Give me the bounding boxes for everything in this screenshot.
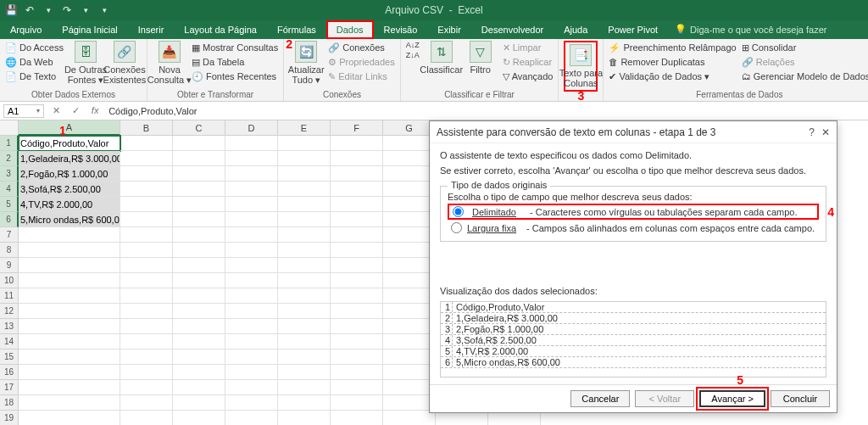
select-all-button[interactable]: [0, 120, 19, 136]
conexoes-button[interactable]: 🔗 Conexões: [328, 41, 394, 54]
row-header[interactable]: 5: [0, 197, 19, 212]
cell[interactable]: [120, 380, 173, 395]
cell[interactable]: 2,Fogão,R$ 1.000,00: [19, 166, 120, 182]
cell[interactable]: [120, 350, 173, 365]
cell[interactable]: [278, 334, 331, 350]
cell[interactable]: [173, 319, 225, 334]
sort-asc-icon[interactable]: A↓Z: [406, 41, 420, 49]
cell[interactable]: Código,Produto,Valor: [19, 136, 120, 151]
cell[interactable]: [331, 288, 383, 304]
cell[interactable]: [225, 243, 278, 258]
cell[interactable]: [331, 273, 383, 288]
cell[interactable]: [19, 227, 120, 243]
cell[interactable]: [225, 136, 278, 151]
undo-dropdown-icon[interactable]: ▾: [41, 3, 56, 18]
row-header[interactable]: 7: [0, 227, 19, 243]
cell[interactable]: [383, 243, 436, 258]
limpar-button[interactable]: ✕ Limpar: [503, 41, 554, 54]
tab-layout[interactable]: Layout da Página: [174, 20, 267, 39]
cell[interactable]: 4,TV,R$ 2.000,00: [19, 197, 120, 212]
cell[interactable]: [19, 350, 120, 365]
cell[interactable]: [383, 411, 436, 425]
row-header[interactable]: 17: [0, 380, 19, 395]
name-box-dropdown-icon[interactable]: ▾: [36, 107, 40, 115]
tab-exibir[interactable]: Exibir: [427, 20, 471, 39]
cell[interactable]: [120, 411, 173, 425]
consolidar-button[interactable]: ⊞ Consolidar: [742, 41, 868, 54]
row-header[interactable]: 4: [0, 182, 19, 197]
row-header[interactable]: 6: [0, 212, 19, 227]
cell[interactable]: [173, 304, 225, 319]
cell[interactable]: [331, 258, 383, 273]
cell[interactable]: [173, 380, 225, 395]
cell[interactable]: [383, 395, 436, 411]
avancado-button[interactable]: ▽ Avançado: [503, 70, 554, 83]
row-header[interactable]: 3: [0, 166, 19, 182]
cell[interactable]: [383, 151, 436, 166]
cell[interactable]: 1,Geladeira,R$ 3.000,00: [19, 151, 120, 166]
cell[interactable]: [19, 395, 120, 411]
cell[interactable]: [225, 197, 278, 212]
cell[interactable]: [120, 288, 173, 304]
cell[interactable]: [225, 334, 278, 350]
row-header[interactable]: 19: [0, 411, 19, 425]
cell[interactable]: [19, 258, 120, 273]
cell[interactable]: [120, 334, 173, 350]
cell[interactable]: [19, 304, 120, 319]
redo-icon[interactable]: ↷: [59, 3, 75, 18]
row-header[interactable]: 15: [0, 350, 19, 365]
next-button[interactable]: Avançar >: [699, 390, 765, 407]
column-header-G[interactable]: G: [383, 120, 436, 136]
cell[interactable]: [120, 319, 173, 334]
row-header[interactable]: 12: [0, 304, 19, 319]
cell[interactable]: [383, 288, 436, 304]
cancel-button[interactable]: Cancelar: [570, 390, 630, 407]
cell[interactable]: [225, 273, 278, 288]
cell[interactable]: [173, 182, 225, 197]
mostrar-consultas-button[interactable]: ▦ Mostrar Consultas: [192, 41, 278, 54]
name-box[interactable]: A1 ▾: [3, 104, 44, 118]
cell[interactable]: [331, 243, 383, 258]
cell[interactable]: [19, 273, 120, 288]
row-header[interactable]: 11: [0, 288, 19, 304]
cell[interactable]: [278, 380, 331, 395]
tab-pagina-inicial[interactable]: Página Inicial: [52, 20, 127, 39]
editar-links-button[interactable]: ✎ Editar Links: [328, 70, 394, 83]
cell[interactable]: [383, 319, 436, 334]
back-button[interactable]: < Voltar: [635, 390, 694, 407]
radio-delimitado-row[interactable]: Delimitado - Caracteres como vírgulas ou…: [448, 204, 819, 220]
cell[interactable]: [120, 243, 173, 258]
row-header[interactable]: 13: [0, 319, 19, 334]
text-to-columns-button[interactable]: 📑Texto para Colunas: [564, 41, 598, 92]
reaplicar-button[interactable]: ↻ Reaplicar: [503, 55, 554, 69]
access-button[interactable]: 📄 Do Access: [5, 41, 64, 54]
da-tabela-button[interactable]: ▤ Da Tabela: [192, 55, 278, 69]
cell[interactable]: [383, 197, 436, 212]
cell[interactable]: [120, 212, 173, 227]
tab-power-pivot[interactable]: Power Pivot: [598, 20, 668, 39]
dialog-titlebar[interactable]: Assistente para conversão de texto em co…: [430, 121, 837, 143]
finish-button[interactable]: Concluir: [771, 390, 830, 407]
cell[interactable]: [19, 243, 120, 258]
column-header-C[interactable]: C: [173, 120, 225, 136]
cell[interactable]: [173, 334, 225, 350]
tab-dados[interactable]: Dados: [326, 20, 374, 39]
cell[interactable]: [225, 182, 278, 197]
row-header[interactable]: 8: [0, 243, 19, 258]
cell[interactable]: [19, 411, 120, 425]
cell[interactable]: [278, 319, 331, 334]
cell[interactable]: [225, 380, 278, 395]
cell[interactable]: 3,Sofá,R$ 2.500,00: [19, 182, 120, 197]
column-header-D[interactable]: D: [225, 120, 278, 136]
cell[interactable]: [383, 350, 436, 365]
cell[interactable]: [331, 151, 383, 166]
cell[interactable]: [173, 273, 225, 288]
cell[interactable]: [120, 273, 173, 288]
cell[interactable]: [278, 395, 331, 411]
cell[interactable]: [383, 380, 436, 395]
cell[interactable]: [120, 182, 173, 197]
cell[interactable]: [120, 365, 173, 380]
cell[interactable]: [225, 319, 278, 334]
cell[interactable]: [173, 212, 225, 227]
cell[interactable]: [173, 166, 225, 182]
